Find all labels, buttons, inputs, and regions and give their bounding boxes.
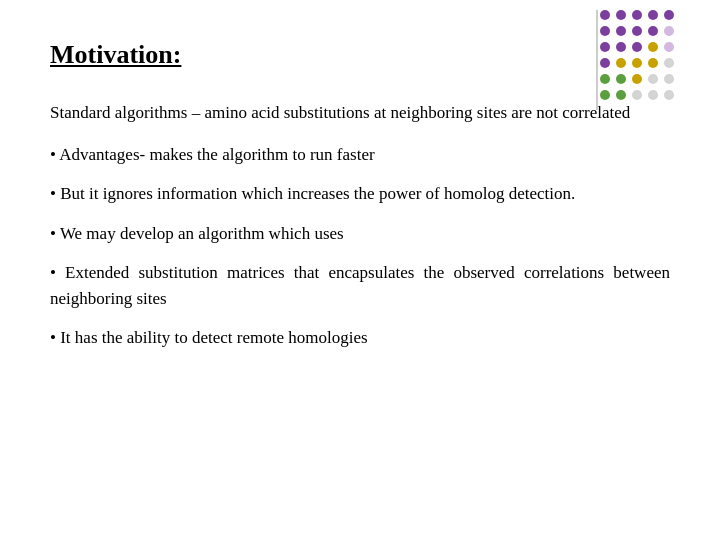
decoration-dot bbox=[632, 42, 642, 52]
dot-decoration bbox=[600, 10, 690, 100]
bullet-3: • We may develop an algorithm which uses bbox=[50, 221, 670, 247]
bullet-4: • Extended substitution matrices that en… bbox=[50, 260, 670, 311]
bullet-2: • But it ignores information which incre… bbox=[50, 181, 670, 207]
decoration-dot bbox=[600, 74, 610, 84]
decoration-dot bbox=[600, 90, 610, 100]
decoration-dot bbox=[616, 42, 626, 52]
decoration-dot bbox=[616, 10, 626, 20]
divider-line bbox=[596, 10, 598, 110]
decoration-dot bbox=[616, 58, 626, 68]
decoration-dot bbox=[632, 58, 642, 68]
intro-paragraph: Standard algorithms – amino acid substit… bbox=[50, 100, 670, 126]
decoration-dot bbox=[616, 90, 626, 100]
decoration-dot bbox=[648, 74, 658, 84]
decoration-dot bbox=[648, 26, 658, 36]
slide-container: Motivation: Standard algorithms – amino … bbox=[0, 0, 720, 540]
decoration-dot bbox=[648, 10, 658, 20]
decoration-dot bbox=[600, 10, 610, 20]
bullet-1: • Advantages- makes the algorithm to run… bbox=[50, 142, 670, 168]
bullet-5: • It has the ability to detect remote ho… bbox=[50, 325, 670, 351]
decoration-dot bbox=[648, 58, 658, 68]
decoration-dot bbox=[600, 26, 610, 36]
decoration-dot bbox=[664, 26, 674, 36]
decoration-dot bbox=[600, 42, 610, 52]
decoration-dot bbox=[664, 74, 674, 84]
decoration-dot bbox=[664, 90, 674, 100]
decoration-dot bbox=[664, 42, 674, 52]
decoration-dot bbox=[632, 90, 642, 100]
decoration-dot bbox=[616, 26, 626, 36]
decoration-dot bbox=[664, 10, 674, 20]
decoration-dot bbox=[632, 26, 642, 36]
decoration-dot bbox=[664, 58, 674, 68]
decoration-dot bbox=[648, 90, 658, 100]
decoration-dot bbox=[600, 58, 610, 68]
decoration-dot bbox=[632, 74, 642, 84]
decoration-dot bbox=[632, 10, 642, 20]
slide-title: Motivation: bbox=[50, 40, 670, 70]
decoration-dot bbox=[616, 74, 626, 84]
decoration-dot bbox=[648, 42, 658, 52]
